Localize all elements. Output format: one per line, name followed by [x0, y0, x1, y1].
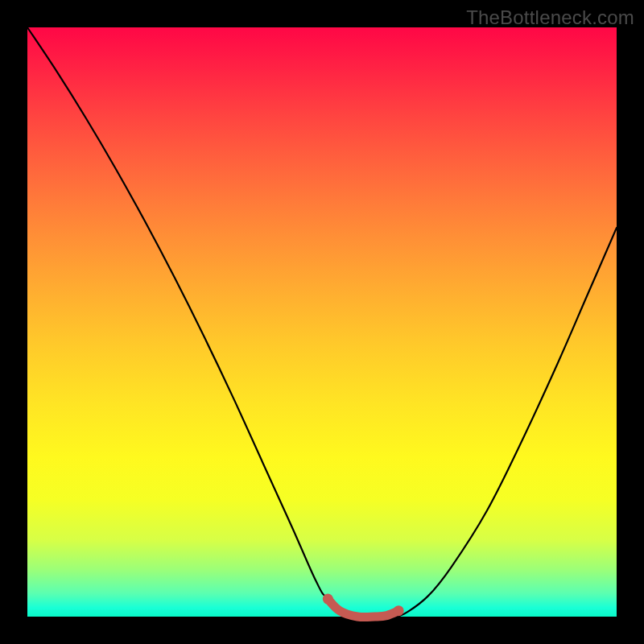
watermark-text: TheBottleneck.com — [466, 6, 634, 29]
bottleneck-curve-path — [27, 27, 617, 617]
highlight-bottom-path — [328, 599, 398, 617]
highlight-end-dot — [394, 605, 404, 616]
curve-layer — [27, 27, 617, 617]
chart-frame: TheBottleneck.com — [0, 0, 644, 644]
highlight-start-dot — [323, 594, 333, 605]
plot-area — [27, 27, 617, 617]
